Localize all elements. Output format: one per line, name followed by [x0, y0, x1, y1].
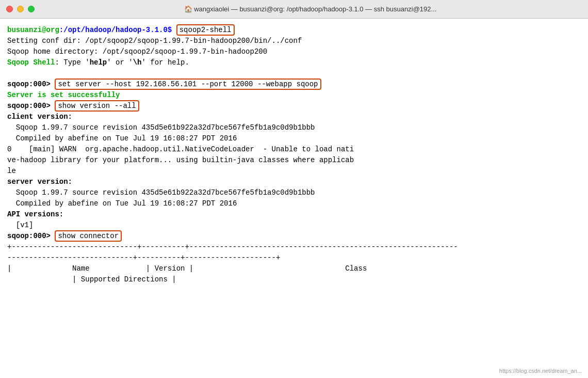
prompt-line-2: sqoop:000> set server --host 192.168.56.…: [7, 79, 581, 90]
minimize-button[interactable]: [17, 6, 24, 12]
output-line-14: API versions:: [7, 209, 581, 220]
cmd4-box: show connector: [55, 230, 122, 242]
output-line-6: Sqoop 1.99.7 source revision 435d5e61b92…: [7, 122, 581, 133]
output-line-9: ve-hadoop library for your platform... u…: [7, 155, 581, 166]
output-line-1: Setting conf dir: /opt/sqoop2/sqoop-1.99…: [7, 36, 581, 46]
cmd1-box: sqoop2-shell: [176, 24, 235, 36]
prompt-path: :/opt/hadoop/hadoop-3.1.0$: [59, 26, 172, 34]
home-icon: 🏠: [184, 5, 192, 13]
cmd1-text: sqoop2-shell: [179, 26, 232, 34]
titlebar: 🏠 wangxiaolei — busuanzi@org: /opt/hadoo…: [0, 0, 588, 19]
sqoop-shell-info: Sqoop Shell: Type 'help' or '\h' for hel…: [7, 57, 581, 68]
output-line-13: Compiled by abefine on Tue Jul 19 16:08:…: [7, 198, 581, 209]
table-line-3: | Name | Version | Class: [7, 263, 581, 274]
output-line-4: Server is set successfully: [7, 90, 581, 101]
terminal-body[interactable]: busuanzi@org:/opt/hadoop/hadoop-3.1.0$ s…: [0, 19, 588, 291]
cmd3-text: show version --all: [58, 102, 136, 110]
table-line-1: +-----------------------------+---------…: [7, 242, 581, 253]
sqoop-prompt-4: sqoop:000>: [7, 232, 51, 240]
output-line-15: [v1]: [7, 220, 581, 231]
terminal-wrapper: busuanzi@org:/opt/hadoop/hadoop-3.1.0$ s…: [0, 19, 588, 378]
sqoop-prompt-3: sqoop:000>: [7, 102, 51, 110]
close-button[interactable]: [6, 6, 13, 12]
prompt-line-1: busuanzi@org:/opt/hadoop/hadoop-3.1.0$ s…: [7, 25, 581, 36]
cmd4-text: show connector: [58, 232, 119, 240]
api-versions-label: API versions:: [7, 210, 63, 218]
cmd2-box: set server --host 192.168.56.101 --port …: [55, 78, 321, 90]
cmd2-text: set server --host 192.168.56.101 --port …: [58, 80, 318, 88]
watermark: https://blog.csdn.net/dream_an...: [499, 368, 582, 374]
server-set-text: Server is set successfully: [7, 91, 120, 99]
window-title: 🏠 wangxiaolei — busuanzi@org: /opt/hadoo…: [39, 5, 582, 13]
window: 🏠 wangxiaolei — busuanzi@org: /opt/hadoo…: [0, 0, 588, 378]
output-line-12: Sqoop 1.99.7 source revision 435d5e61b92…: [7, 187, 581, 198]
maximize-button[interactable]: [28, 6, 35, 12]
sqoop-prompt-2: sqoop:000>: [7, 80, 51, 88]
output-line-11: server version:: [7, 177, 581, 187]
server-version-label: server version:: [7, 178, 72, 186]
cmd3-box: show version --all: [55, 100, 139, 112]
client-version-label: client version:: [7, 113, 72, 121]
output-line-5: client version:: [7, 112, 581, 122]
sqoop-shell-label: Sqoop Shell: [7, 58, 55, 67]
output-line-2: Sqoop home directory: /opt/sqoop2/sqoop-…: [7, 46, 581, 57]
output-line-8: 0 [main] WARN org.apache.hadoop.util.Nat…: [7, 144, 581, 155]
prompt-line-3: sqoop:000> show version --all: [7, 101, 581, 112]
table-line-2: -----------------------------+----------…: [7, 253, 581, 263]
table-line-4: | Supported Directions |: [7, 274, 581, 285]
output-line-10: le: [7, 166, 581, 177]
prompt-user: busuanzi@org: [7, 26, 59, 34]
blank-line-1: [7, 68, 581, 79]
output-line-7: Compiled by abefine on Tue Jul 19 16:08:…: [7, 133, 581, 144]
prompt-line-4: sqoop:000> show connector: [7, 231, 581, 242]
